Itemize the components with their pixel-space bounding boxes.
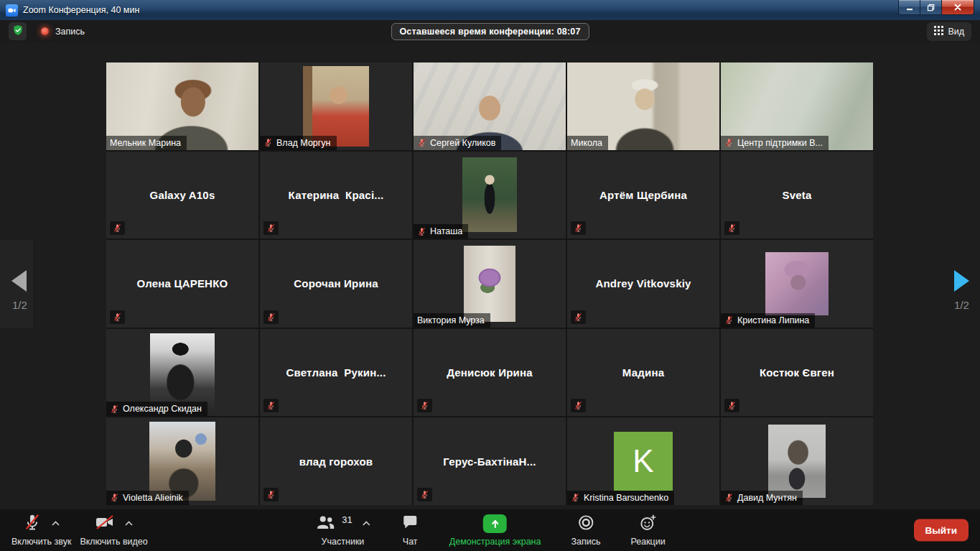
participant-tile-3[interactable]: Сергей Куликов: [414, 62, 566, 150]
muted-mic-icon: [571, 310, 586, 324]
unmute-label: Включить звук: [11, 537, 71, 547]
participant-name-label: Центр підтримки В...: [721, 136, 829, 150]
participant-name-center: Герус-БахтінаН...: [414, 417, 566, 505]
muted-mic-icon: [110, 221, 125, 235]
participant-tile-18[interactable]: Денисюк Ирина: [414, 329, 566, 417]
chevron-left-icon: [11, 270, 27, 292]
participant-tile-19[interactable]: Мадина: [567, 329, 719, 417]
window-titlebar: Zoom Конференция, 40 мин: [0, 0, 980, 20]
muted-mic-icon: [263, 488, 279, 501]
maximize-button[interactable]: [920, 0, 941, 15]
minimize-button[interactable]: [898, 0, 920, 15]
participant-name: Микола: [571, 138, 602, 148]
participant-name-center: Катерина Красі...: [260, 152, 412, 239]
participant-name-center: Сорочан Ирина: [260, 240, 412, 328]
camera-off-icon: [95, 513, 115, 534]
time-remaining-badge: Оставшееся время конференции: 08:07: [391, 23, 589, 40]
page-indicator: 1/2: [954, 299, 969, 311]
participant-avatar: [150, 333, 215, 412]
chevron-up-icon[interactable]: [124, 519, 134, 529]
participant-avatar: [464, 246, 515, 322]
muted-mic-icon: [110, 493, 119, 502]
share-screen-button[interactable]: Демонстрация экрана: [445, 509, 546, 551]
participant-tile-14[interactable]: Andrey Vitkovskiy: [567, 240, 719, 328]
chevron-up-icon[interactable]: [51, 519, 60, 529]
shield-check-icon: [12, 24, 24, 39]
start-video-button[interactable]: Включить видео: [75, 509, 151, 551]
muted-mic-icon: [263, 138, 273, 147]
participant-name-label: Наташа: [414, 224, 468, 239]
participant-name: Kristina Barsuchenko: [584, 493, 668, 503]
participant-tile-1[interactable]: Мельник Марина: [106, 62, 258, 150]
chevron-up-icon[interactable]: [362, 519, 371, 529]
reactions-icon: [639, 514, 657, 534]
participant-tile-20[interactable]: Костюк Євген: [721, 329, 873, 417]
close-button[interactable]: [941, 0, 974, 15]
participant-tile-6[interactable]: Galaxy A10s: [106, 152, 258, 239]
muted-mic-icon: [110, 404, 119, 414]
participant-grid: Мельник МаринаВлад МоргунСергей КуликовМ…: [106, 62, 873, 505]
participant-tile-21[interactable]: Violetta Alieinik: [106, 417, 258, 505]
view-label: Вид: [948, 27, 964, 37]
participant-tile-2[interactable]: Влад Моргун: [260, 62, 412, 150]
reactions-button[interactable]: Реакции: [626, 509, 669, 551]
participant-tile-25[interactable]: Давид Мунтян: [721, 417, 873, 505]
grid-view-icon: [934, 26, 943, 37]
participant-avatar: [149, 422, 215, 501]
participant-name: Violetta Alieinik: [123, 493, 183, 503]
muted-mic-icon: [417, 399, 432, 412]
record-icon: [577, 514, 594, 534]
participants-button[interactable]: 31 Участники: [310, 509, 375, 551]
muted-mic-icon: [571, 399, 586, 412]
participant-name-center: Артём Щербина: [567, 152, 719, 239]
participant-avatar: [765, 252, 829, 315]
participant-tile-13[interactable]: Виктория Мурза: [414, 240, 566, 328]
participant-avatar: [462, 157, 517, 232]
participant-name: Сергей Куликов: [430, 138, 495, 148]
participant-name-label: Violetta Alieinik: [106, 491, 189, 505]
participant-tile-15[interactable]: Кристина Липина: [721, 240, 873, 328]
participant-avatar: [768, 425, 826, 498]
participant-tile-11[interactable]: Олена ЦАРЕНКО: [106, 240, 258, 328]
leave-button[interactable]: Выйти: [914, 519, 969, 542]
unmute-button[interactable]: Включить звук: [7, 509, 75, 551]
participant-tile-12[interactable]: Сорочан Ирина: [260, 240, 412, 328]
participants-label: Участники: [322, 537, 365, 547]
participants-icon: [314, 514, 336, 533]
participant-tile-5[interactable]: Центр підтримки В...: [721, 62, 873, 150]
participant-name-center: Денисюк Ирина: [414, 329, 566, 417]
next-page-button[interactable]: 1/2: [954, 270, 969, 311]
participant-name-center: Олена ЦАРЕНКО: [106, 240, 258, 328]
participant-tile-9[interactable]: Артём Щербина: [567, 152, 719, 239]
share-screen-label: Демонстрация экрана: [449, 537, 541, 547]
security-shield-button[interactable]: [9, 22, 27, 40]
participant-tile-7[interactable]: Катерина Красі...: [260, 152, 412, 239]
participant-tile-4[interactable]: Микола: [567, 62, 719, 150]
participant-tile-24[interactable]: KKristina Barsuchenko: [567, 417, 719, 505]
participant-avatar: [303, 66, 369, 147]
participant-tile-23[interactable]: Герус-БахтінаН...: [414, 417, 566, 505]
participants-count: 31: [342, 514, 352, 525]
muted-mic-icon: [263, 310, 279, 324]
participant-name-label: Давид Мунтян: [721, 491, 803, 505]
record-button[interactable]: Запись: [566, 509, 605, 551]
participant-name-label: Влад Моргун: [260, 136, 337, 150]
participant-tile-17[interactable]: Светлана Рукин...: [260, 329, 412, 417]
page-indicator: 1/2: [12, 299, 27, 311]
view-button[interactable]: Вид: [927, 22, 971, 41]
muted-mic-icon: [724, 138, 734, 147]
record-label: Запись: [571, 537, 600, 547]
participant-tile-10[interactable]: Sveta: [721, 152, 873, 239]
recording-indicator[interactable]: Запись: [41, 27, 85, 37]
participant-name-center: Костюк Євген: [721, 329, 873, 417]
muted-mic-icon: [724, 221, 739, 235]
prev-page-button[interactable]: 1/2: [11, 270, 27, 311]
participant-tile-8[interactable]: Наташа: [414, 152, 566, 239]
chat-button[interactable]: Чат: [397, 509, 424, 551]
mic-off-icon: [23, 513, 42, 534]
meeting-header: Запись Оставшееся время конференции: 08:…: [0, 20, 980, 42]
start-video-label: Включить видео: [80, 537, 147, 547]
participant-tile-22[interactable]: влад горохов: [260, 417, 412, 505]
participant-tile-16[interactable]: Олександр Скидан: [106, 329, 258, 417]
participant-name-label: Микола: [567, 136, 608, 150]
